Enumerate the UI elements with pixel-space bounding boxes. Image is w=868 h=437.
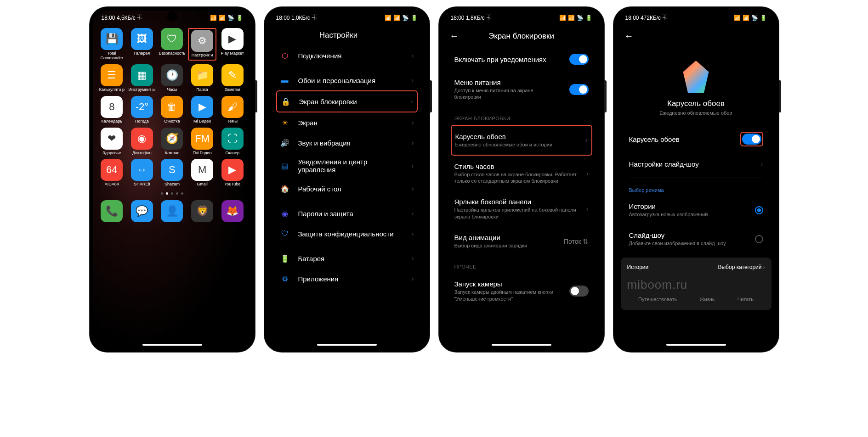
app-play-маркет[interactable]: ▶Play Маркет <box>218 28 247 61</box>
app-shareit[interactable]: ↔SHAREit <box>128 159 156 187</box>
toggle-switch[interactable] <box>569 286 589 297</box>
setting-row[interactable]: ⚙ Приложения › <box>276 269 418 289</box>
setting-row[interactable]: ☀ Экран › <box>276 112 418 133</box>
toggle-switch[interactable] <box>742 134 761 145</box>
app-label: Здоровье <box>102 151 121 156</box>
setting-row[interactable]: Карусель обоевЕжедневно обновляемые обои… <box>451 125 592 156</box>
chevron-right-icon: › <box>761 161 763 168</box>
nav-handle[interactable] <box>142 344 202 346</box>
chevron-right-icon: › <box>412 255 414 262</box>
app-инструмент-ы[interactable]: ▦Инструмент ы <box>128 64 156 92</box>
app-icon: ◉ <box>131 128 153 150</box>
app-погода[interactable]: -2°Погода <box>128 96 156 124</box>
carousel-toggle-row[interactable]: Карусель обоев <box>625 125 767 153</box>
setting-label: Карусель обоев <box>629 135 732 143</box>
app-сканер[interactable]: ⛶Сканер <box>218 128 247 156</box>
page-title: Экран блокировки <box>466 32 577 41</box>
page-header: ← <box>617 25 775 47</box>
dock-app[interactable]: 🦊 <box>218 200 247 222</box>
app-label: Погода <box>135 119 149 124</box>
app-заметки[interactable]: ✎Заметки <box>218 64 247 92</box>
app-темы[interactable]: 🖌Темы <box>218 96 247 124</box>
setting-label: Батарея <box>298 255 403 263</box>
setting-row[interactable]: Стиль часовВыбор стиля часов на экране б… <box>451 156 592 191</box>
app-fm-радио[interactable]: FMFM Радио <box>188 128 216 156</box>
app-icon: ⚙ <box>191 30 213 52</box>
section-header: ПРОЧЕЕ <box>451 256 592 273</box>
app-youtube[interactable]: ▶YouTube <box>218 159 247 187</box>
setting-row[interactable]: Включать при уведомлениях <box>451 47 592 72</box>
radio-button[interactable] <box>755 206 763 214</box>
dock-app[interactable]: 📞 <box>98 200 126 222</box>
app-icon: 🖌 <box>221 96 244 118</box>
app-календарь[interactable]: 8Календарь <box>98 96 126 124</box>
app-компас[interactable]: 🧭Компас <box>158 128 187 156</box>
back-button[interactable]: ← <box>450 31 459 41</box>
app-настройк-и[interactable]: ⚙Настройк и <box>188 28 216 61</box>
setting-label: Настройки слайд-шоу <box>629 160 753 168</box>
setting-row[interactable]: Меню питанияДоступ к меню питания на экр… <box>451 72 592 107</box>
dock-app[interactable]: 👤 <box>158 200 187 222</box>
app-shazam[interactable]: SShazam <box>158 159 187 187</box>
setting-row[interactable]: 🔒 Экран блокировки › <box>276 90 418 112</box>
setting-icon: ◉ <box>280 208 290 218</box>
setting-row[interactable]: 🛡 Защита конфиденциальности › <box>276 224 418 244</box>
app-галерея[interactable]: 🖼Галерея <box>128 28 156 61</box>
mode-sub: Автозагрузка новых изображений <box>629 211 747 218</box>
dock-app[interactable]: 💬 <box>128 200 156 222</box>
setting-label: Вид анимации <box>454 234 556 241</box>
app-total-commander[interactable]: 💾Total Commander <box>98 28 126 61</box>
app-часы[interactable]: 🕐Часы <box>158 64 187 92</box>
setting-row[interactable]: ◉ Пароли и защита › <box>276 203 418 224</box>
radio-button[interactable] <box>755 235 763 243</box>
status-time: 18:00 <box>102 15 115 21</box>
setting-row[interactable]: 🏠 Рабочий стол › <box>276 179 418 199</box>
setting-sub: Настройка ярлыков приложений на боковой … <box>454 207 578 220</box>
app-калькулято-р[interactable]: ☰Калькулято р <box>98 64 126 92</box>
status-speed: 1,8КБ/с <box>466 15 485 21</box>
mode-option[interactable]: Слайд-шоуДобавьте свои изображения в сла… <box>625 224 767 253</box>
category-selector[interactable]: Выбор категорий › <box>718 264 765 270</box>
setting-row[interactable]: ⬡ Подключения › <box>276 45 418 66</box>
app-безопасность[interactable]: 🛡Безопасность <box>158 28 187 61</box>
setting-label: Экран блокировки <box>299 98 403 106</box>
battery-icon: 🔋 <box>585 15 592 21</box>
setting-row[interactable]: Запуск камерыЗапуск камеры двойным нажат… <box>451 273 592 309</box>
nav-handle[interactable] <box>317 344 377 346</box>
app-aida64[interactable]: 64AIDA64 <box>98 159 126 187</box>
setting-row[interactable]: ▤ Уведомления и центр управления › <box>276 153 418 179</box>
setting-row[interactable]: Ярлыки боковой панелиНастройка ярлыков п… <box>451 191 592 227</box>
app-очистка[interactable]: 🗑Очистка <box>158 96 187 124</box>
setting-row[interactable]: 🔋 Батарея › <box>276 248 418 269</box>
setting-row[interactable]: 🔊 Звук и вибрация › <box>276 133 418 153</box>
battery-icon: 🔋 <box>760 15 767 21</box>
nav-handle[interactable] <box>666 344 726 346</box>
setting-icon: ⚙ <box>280 274 290 284</box>
toggle-switch[interactable] <box>569 54 589 65</box>
app-папка[interactable]: 📁Папка <box>188 64 216 92</box>
category-tab[interactable]: Жизнь <box>699 297 715 302</box>
app-icon: 💬 <box>131 200 153 222</box>
nav-handle[interactable] <box>492 344 551 346</box>
app-label: Папка <box>196 88 208 92</box>
app-mi-видео[interactable]: ▶Mi Видео <box>188 96 216 124</box>
status-speed: 1,0КБ/с <box>291 15 310 21</box>
app-icon: 📞 <box>101 200 123 222</box>
setting-row[interactable]: Вид анимацииВыбор вида анимации зарядки … <box>451 227 592 256</box>
hero-subtitle: Ежедневно обновляемые обои <box>659 110 732 116</box>
app-диктофон[interactable]: ◉Диктофон <box>128 128 156 156</box>
dock-app[interactable]: 🦁 <box>188 200 216 222</box>
back-button[interactable]: ← <box>624 31 634 41</box>
category-tab[interactable]: Читать <box>738 297 754 302</box>
slideshow-settings-row[interactable]: Настройки слайд-шоу › <box>625 153 767 175</box>
setting-row[interactable]: ▬ Обои и персонализация › <box>276 70 418 90</box>
card-action-label: Выбор категорий <box>718 264 761 270</box>
app-здоровье[interactable]: ❤Здоровье <box>98 128 126 156</box>
category-tab[interactable]: Путешествовать <box>638 297 677 302</box>
setting-sub: Выбор вида анимации зарядки <box>454 242 556 249</box>
phone-4: 18:00 472КБ/с ⏇ 📶📶📡🔋 ← Карусель обоев Еж… <box>613 7 779 352</box>
app-gmail[interactable]: MGmail <box>188 159 216 187</box>
setting-icon: ⬡ <box>280 50 290 61</box>
toggle-switch[interactable] <box>569 84 589 95</box>
mode-option[interactable]: ИсторииАвтозагрузка новых изображений <box>625 196 767 224</box>
